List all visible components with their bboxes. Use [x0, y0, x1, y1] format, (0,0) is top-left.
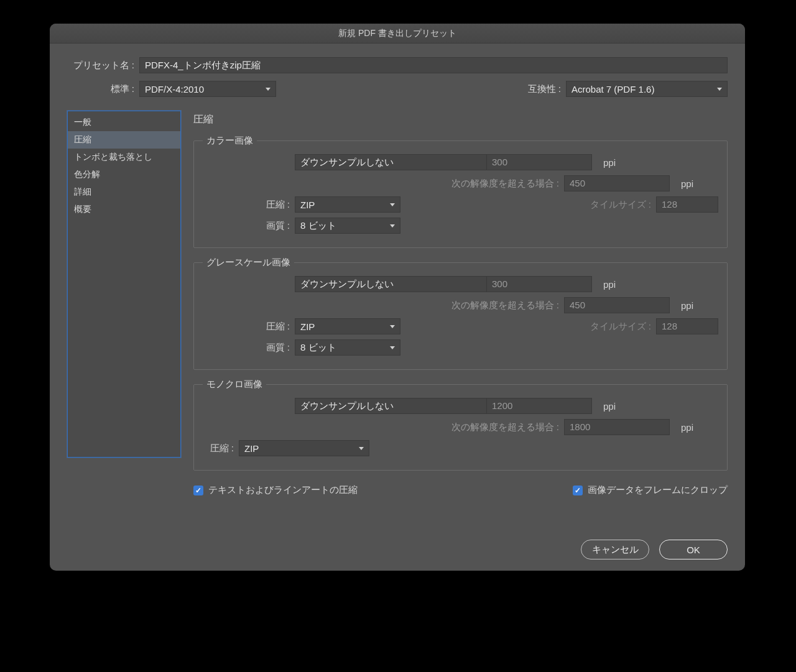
compat-value: Acrobat 7 (PDF 1.6)	[572, 84, 654, 94]
mono-legend: モノクロ画像	[203, 379, 266, 390]
color-compression-label: 圧縮 :	[203, 199, 290, 211]
chevron-down-icon	[390, 224, 395, 228]
sidebar-item-compression[interactable]: 圧縮	[68, 131, 180, 149]
gray-compression-label: 圧縮 :	[203, 321, 290, 333]
mono-ppi-input[interactable]: 1200	[486, 398, 592, 414]
preset-name-input[interactable]	[139, 57, 728, 73]
color-over-label: 次の解像度を超える場合 :	[203, 178, 559, 190]
gray-quality-select[interactable]: 8 ビット	[295, 339, 400, 356]
mono-compression-select[interactable]: ZIP	[239, 440, 369, 456]
color-legend: カラー画像	[203, 135, 257, 147]
gray-tilesize-label: タイルサイズ :	[583, 321, 651, 333]
grayscale-images-group: グレースケール画像 ダウンサンプルしない 300 ppi 次の解像度を超える場合…	[193, 257, 728, 370]
standard-select[interactable]: PDF/X-4:2010	[139, 81, 276, 97]
chevron-down-icon	[390, 346, 395, 349]
title-bar: 新規 PDF 書き出しプリセット	[50, 24, 745, 44]
main-panel: 圧縮 カラー画像 ダウンサンプルしない 300 ppi 次の解像度を超える場合 …	[193, 111, 728, 521]
chevron-down-icon	[390, 325, 395, 328]
chevron-down-icon	[266, 88, 271, 91]
dialog-content: プリセット名 : 標準 : PDF/X-4:2010 互換性 : Acrobat…	[50, 44, 745, 571]
compat-label: 互換性 :	[528, 83, 561, 95]
sidebar: 一般 圧縮 トンボと裁ち落とし 色分解 詳細 概要	[67, 111, 181, 458]
dialog-window: 新規 PDF 書き出しプリセット プリセット名 : 標準 : PDF/X-4:2…	[50, 24, 745, 571]
sidebar-item-marks-bleed[interactable]: トンボと裁ち落とし	[68, 149, 180, 166]
color-quality-select[interactable]: 8 ビット	[295, 218, 400, 234]
sidebar-item-advanced[interactable]: 詳細	[68, 183, 180, 201]
gray-over-label: 次の解像度を超える場合 :	[203, 300, 559, 311]
ok-button[interactable]: OK	[659, 540, 728, 559]
checkmark-icon: ✓	[573, 486, 583, 495]
gray-ppi-input[interactable]: 300	[486, 276, 592, 292]
sidebar-item-general[interactable]: 一般	[68, 114, 180, 131]
gray-over-ppi-input[interactable]: 450	[564, 297, 670, 313]
gray-quality-label: 画質 :	[203, 342, 290, 354]
mono-over-ppi-input[interactable]: 1800	[564, 419, 670, 435]
cancel-button[interactable]: キャンセル	[581, 540, 649, 559]
color-ppi-input[interactable]: 300	[486, 154, 592, 170]
chevron-down-icon	[717, 88, 722, 91]
sidebar-item-summary[interactable]: 概要	[68, 201, 180, 218]
color-tilesize-input: 128	[656, 196, 718, 213]
gray-legend: グレースケール画像	[203, 257, 294, 269]
color-tilesize-label: タイルサイズ :	[583, 199, 651, 211]
compat-select[interactable]: Acrobat 7 (PDF 1.6)	[566, 81, 728, 97]
sidebar-item-output[interactable]: 色分解	[68, 166, 180, 183]
panel-title: 圧縮	[193, 113, 728, 126]
standard-label: 標準 :	[67, 83, 134, 95]
window-title: 新規 PDF 書き出しプリセット	[338, 28, 456, 39]
compress-text-art-checkbox[interactable]: ✓ テキストおよびラインアートの圧縮	[193, 484, 358, 496]
standard-value: PDF/X-4:2010	[145, 84, 204, 94]
gray-tilesize-input: 128	[656, 318, 718, 334]
chevron-down-icon	[390, 203, 395, 206]
mono-compression-label: 圧縮 :	[203, 443, 234, 454]
checkmark-icon: ✓	[193, 486, 203, 495]
gray-compression-select[interactable]: ZIP	[295, 318, 400, 334]
crop-image-data-checkbox[interactable]: ✓ 画像データをフレームにクロップ	[573, 484, 728, 496]
color-quality-label: 画質 :	[203, 220, 290, 232]
preset-name-label: プリセット名 :	[67, 60, 134, 71]
mono-over-label: 次の解像度を超える場合 :	[203, 421, 559, 433]
color-compression-select[interactable]: ZIP	[295, 196, 400, 213]
ppi-unit: ppi	[603, 157, 641, 168]
monochrome-images-group: モノクロ画像 ダウンサンプルしない 1200 ppi 次の解像度を超える場合 :…	[193, 379, 728, 471]
color-images-group: カラー画像 ダウンサンプルしない 300 ppi 次の解像度を超える場合 : 4…	[193, 135, 728, 248]
color-over-ppi-input[interactable]: 450	[564, 175, 670, 191]
chevron-down-icon	[359, 447, 364, 450]
